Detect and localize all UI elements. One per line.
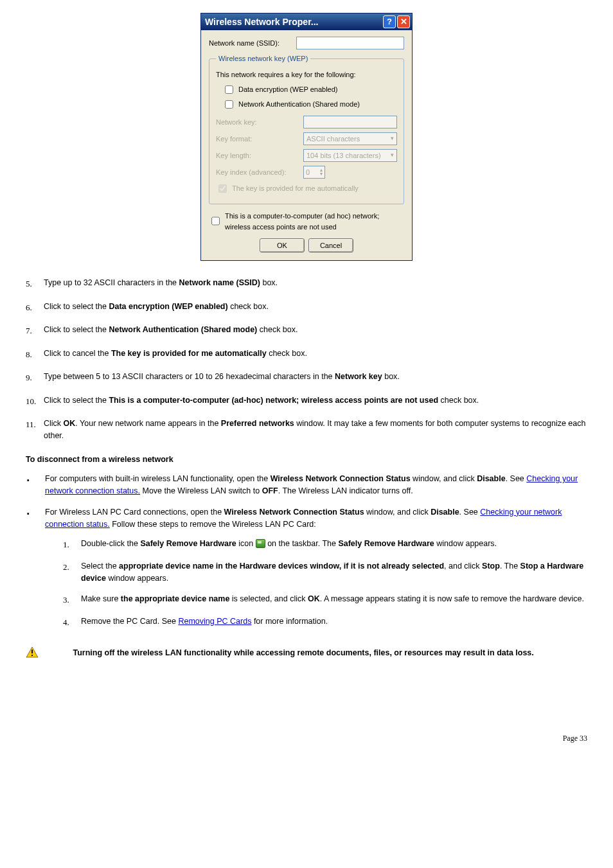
instruction-item: 10.Click to select the This is a compute…: [26, 394, 587, 408]
network-key-input: [303, 116, 397, 128]
instruction-item: 9.Type between 5 to 13 ASCII characters …: [26, 371, 587, 384]
wireless-properties-dialog: Wireless Network Proper... ? ✕ Network n…: [200, 13, 413, 261]
step-number: 6.: [26, 301, 44, 314]
network-key-label: Network key:: [216, 117, 299, 128]
tray-icon: [256, 539, 265, 548]
step-number: 5.: [26, 277, 44, 290]
instruction-item: 7.Click to select the Network Authentica…: [26, 324, 587, 337]
wep-fieldset: Wireless network key (WEP) This network …: [209, 53, 404, 204]
step-number: 8.: [26, 348, 44, 361]
help-button[interactable]: ?: [383, 15, 396, 28]
substep-number: 2.: [63, 560, 81, 585]
chevron-down-icon: ▾: [391, 134, 394, 143]
key-format-label: Key format:: [216, 134, 299, 145]
disconnect-heading: To disconnect from a wireless network: [26, 454, 587, 466]
bullet-list: ▪For computers with built-in wireless LA…: [27, 473, 587, 637]
step-number: 9.: [26, 371, 44, 384]
chevron-down-icon: ▾: [391, 151, 394, 160]
bullet-text: For computers with built-in wireless LAN…: [45, 473, 587, 497]
substep-text: Make sure the appropriate device name is…: [81, 593, 587, 607]
bullet-item: ▪For computers with built-in wireless LA…: [27, 473, 587, 497]
step-text: Click to select the Network Authenticati…: [44, 324, 587, 337]
substep-text: Double-click the Safely Remove Hardware …: [81, 538, 587, 551]
bullet-text: For Wireless LAN PC Card connections, op…: [45, 506, 587, 638]
instruction-item: 11.Click OK. Your new network name appea…: [26, 418, 587, 442]
ok-button[interactable]: OK: [260, 238, 305, 252]
instruction-list: 5.Type up to 32 ASCII characters in the …: [26, 277, 587, 442]
substep-item: 2.Select the appropriate device name in …: [63, 560, 587, 585]
wep-legend: Wireless network key (WEP): [216, 53, 310, 64]
adhoc-label: This is a computer-to-computer (ad hoc) …: [225, 211, 404, 232]
substep-item: 3.Make sure the appropriate device name …: [63, 593, 587, 607]
substep-number: 4.: [63, 616, 81, 629]
auto-key-label: The key is provided for me automatically: [232, 183, 359, 194]
bullet-icon: ▪: [27, 506, 45, 638]
substep-item: 4.Remove the PC Card. See Removing PC Ca…: [63, 616, 587, 629]
page-number: Page 33: [26, 732, 587, 744]
data-encryption-checkbox[interactable]: [225, 85, 233, 94]
instruction-item: 8.Click to cancel the The key is provide…: [26, 348, 587, 361]
substep-text: Select the appropriate device name in th…: [81, 560, 587, 585]
warning-icon: [26, 651, 40, 660]
step-number: 11.: [26, 418, 44, 442]
ssid-input[interactable]: [296, 37, 404, 49]
key-length-select: 104 bits (13 characters) ▾: [303, 149, 397, 162]
warning-text: Turning off the wireless LAN functionali…: [73, 648, 533, 657]
substep-number: 3.: [63, 593, 81, 607]
step-text: Type between 5 to 13 ASCII characters or…: [44, 371, 587, 384]
ssid-label: Network name (SSID):: [209, 38, 292, 49]
step-text: Click to select the This is a computer-t…: [44, 394, 587, 408]
warning-block: Turning off the wireless LAN functionali…: [26, 646, 587, 662]
close-button[interactable]: ✕: [397, 15, 410, 28]
data-encryption-label: Data encryption (WEP enabled): [238, 84, 338, 95]
substep-number: 1.: [63, 538, 81, 551]
requires-text: This network requires a key for the foll…: [216, 69, 397, 80]
window-title: Wireless Network Proper...: [205, 15, 319, 29]
substep-item: 1.Double-click the Safely Remove Hardwar…: [63, 538, 587, 551]
key-length-label: Key length:: [216, 150, 299, 161]
instruction-item: 5.Type up to 32 ASCII characters in the …: [26, 277, 587, 290]
key-index-label: Key index (advanced):: [216, 167, 299, 178]
key-format-select: ASCII characters ▾: [303, 132, 397, 145]
titlebar: Wireless Network Proper... ? ✕: [201, 13, 412, 30]
step-text: Type up to 32 ASCII characters in the Ne…: [44, 277, 587, 290]
bullet-icon: ▪: [27, 473, 45, 497]
svg-rect-1: [31, 650, 33, 653]
step-number: 7.: [26, 324, 44, 337]
network-auth-checkbox[interactable]: [225, 100, 233, 109]
substep-list: 1.Double-click the Safely Remove Hardwar…: [63, 538, 587, 628]
key-index-spinner: 0 ▴▾: [303, 166, 325, 179]
svg-rect-2: [31, 655, 33, 656]
step-number: 10.: [26, 394, 44, 408]
bullet-item: ▪For Wireless LAN PC Card connections, o…: [27, 506, 587, 638]
instruction-item: 6.Click to select the Data encryption (W…: [26, 301, 587, 314]
adhoc-checkbox[interactable]: [211, 212, 220, 230]
dialog-screenshot: Wireless Network Proper... ? ✕ Network n…: [26, 13, 587, 261]
step-text: Click to select the Data encryption (WEP…: [44, 301, 587, 314]
step-text: Click OK. Your new network name appears …: [44, 418, 587, 442]
step-text: Click to cancel the The key is provided …: [44, 348, 587, 361]
cancel-button[interactable]: Cancel: [308, 238, 353, 252]
substep-text: Remove the PC Card. See Removing PC Card…: [81, 616, 587, 629]
auto-key-checkbox: [218, 184, 227, 193]
network-auth-label: Network Authentication (Shared mode): [238, 99, 360, 110]
